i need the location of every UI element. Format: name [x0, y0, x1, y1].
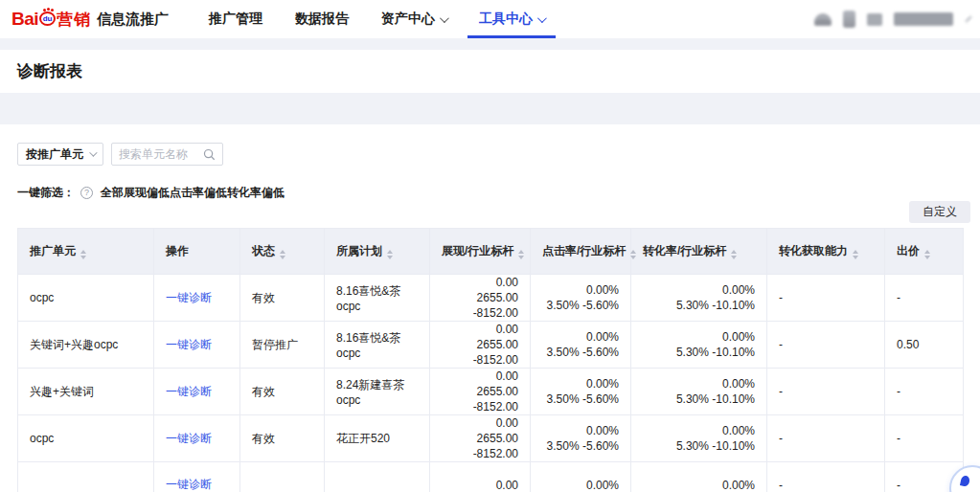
account-service-icon[interactable] [814, 13, 832, 26]
metric-benchmark: 3.50% -5.60% [542, 438, 619, 454]
column-header-impression[interactable]: 展现/行业标杆 [430, 229, 531, 275]
table-row: 关键词+兴趣ocpc一键诊断暂停推广8.16喜悦&茶ocpc0.002655.0… [18, 322, 964, 369]
metric-cell: 0.00% [631, 462, 767, 492]
filter-row: 按推广单元 [17, 143, 963, 166]
column-header-unit[interactable]: 推广单元 [18, 229, 154, 275]
page-title: 诊断报表 [17, 60, 82, 82]
unit-name-cell [18, 462, 154, 492]
nav-item-数据报告[interactable]: 数据报告 [284, 0, 360, 38]
nav-item-工具中心[interactable]: 工具中心 [467, 0, 556, 38]
diagnose-link[interactable]: 一键诊断 [166, 338, 212, 351]
metric-benchmark: 5.30% -10.10% [643, 345, 755, 360]
column-header-action: 操作 [154, 229, 240, 275]
quick-filter-option[interactable]: 转化率偏低 [227, 186, 285, 199]
page-header: 诊断报表 [0, 50, 980, 93]
notification-icon[interactable] [843, 11, 855, 28]
metric-value: 0.00% [643, 282, 755, 298]
chevron-down-icon [440, 13, 449, 23]
metric-cell: 0.002655.00 -8152.00 [430, 275, 531, 322]
baidu-paw-icon: du [39, 11, 56, 26]
action-cell: 一键诊断 [154, 462, 240, 492]
diagnose-link[interactable]: 一键诊断 [166, 291, 212, 304]
sort-icon[interactable] [924, 250, 930, 259]
sort-icon[interactable] [518, 250, 524, 259]
quick-filter-option[interactable]: 全部 [101, 186, 124, 199]
quick-filter-options: 全部展现偏低点击率偏低转化率偏低 [101, 185, 285, 201]
ability-cell: - [767, 462, 885, 492]
dimension-select-value: 按推广单元 [26, 146, 83, 163]
table-row: ocpc一键诊断有效8.16喜悦&茶ocpc0.002655.00 -8152.… [18, 275, 964, 322]
unit-name-cell: 兴趣+关键词 [18, 369, 154, 415]
metric-cell: 0.00%3.50% -5.60% [531, 369, 631, 415]
status-cell: 有效 [240, 415, 325, 462]
column-label: 操作 [166, 244, 189, 257]
metric-benchmark: 2655.00 -8152.00 [442, 337, 518, 368]
metric-benchmark: 5.30% -10.10% [643, 438, 755, 454]
sort-icon[interactable] [630, 250, 636, 259]
help-circle-icon[interactable]: ? [80, 187, 93, 199]
column-header-status[interactable]: 状态 [240, 229, 325, 275]
dimension-select[interactable]: 按推广单元 [17, 143, 103, 166]
metric-value: 0.00 [442, 275, 518, 290]
column-header-plan[interactable]: 所属计划 [325, 229, 430, 275]
column-label: 状态 [252, 244, 275, 257]
sort-icon[interactable] [387, 250, 393, 259]
column-header-ability[interactable]: 转化获取能力 [767, 229, 885, 275]
column-label: 所属计划 [336, 244, 382, 257]
column-label: 转化率/行业标杆 [643, 244, 726, 257]
table-row: ocpc一键诊断有效花正开5200.002655.00 -8152.000.00… [18, 415, 964, 462]
column-header-bid[interactable]: 出价 [885, 229, 964, 275]
search-icon[interactable] [203, 148, 216, 161]
status-cell [240, 462, 325, 492]
metric-benchmark: 5.30% -10.10% [643, 298, 755, 313]
baidu-marketing-logo[interactable]: Bai du 营销 [11, 9, 91, 31]
action-cell: 一键诊断 [154, 369, 240, 415]
edit-icon[interactable] [965, 15, 971, 22]
metric-cell: 0.00%3.50% -5.60% [531, 415, 631, 462]
customize-button[interactable]: 自定义 [909, 201, 970, 223]
avatar[interactable] [867, 13, 882, 26]
quick-filter-row: 一键筛选： ? 全部展现偏低点击率偏低转化率偏低 [17, 185, 963, 200]
metric-value: 0.00% [542, 282, 619, 298]
plan-cell: 8.16喜悦&茶ocpc [325, 322, 430, 369]
quick-filter-option[interactable]: 点击率偏低 [170, 186, 227, 199]
metric-benchmark: 2655.00 -8152.00 [442, 384, 518, 414]
diagnose-link[interactable]: 一键诊断 [166, 385, 212, 398]
divider-band-middle [0, 93, 980, 124]
metric-benchmark: 5.30% -10.10% [643, 391, 755, 407]
column-label: 出价 [897, 244, 920, 257]
unit-name-cell: ocpc [18, 415, 154, 462]
nav-item-资产中心[interactable]: 资产中心 [370, 0, 458, 38]
chevron-down-icon [89, 148, 97, 156]
nav-item-label: 资产中心 [381, 11, 435, 28]
column-label: 推广单元 [30, 244, 76, 257]
table-row: 兴趣+关键词一键诊断有效8.24新建喜茶ocpc0.002655.00 -815… [18, 369, 964, 415]
quick-filter-option[interactable]: 展现偏低 [124, 186, 170, 199]
divider-band-top [0, 38, 980, 50]
bid-cell: 0.50 [885, 322, 964, 369]
metric-value: 0.00% [542, 376, 619, 391]
search-input[interactable] [119, 147, 203, 161]
table-header-row: 推广单元操作状态所属计划展现/行业标杆点击率/行业标杆转化率/行业标杆转化获取能… [18, 229, 964, 275]
metric-benchmark: 2655.00 -8152.00 [442, 431, 518, 461]
status-cell: 有效 [240, 275, 325, 322]
sort-icon[interactable] [731, 250, 737, 259]
sort-icon[interactable] [853, 250, 858, 259]
plan-cell: 花正开520 [325, 415, 430, 462]
metric-cell: 0.00%3.50% -5.60% [531, 322, 631, 369]
diagnose-link[interactable]: 一键诊断 [166, 432, 212, 445]
column-header-ctr[interactable]: 点击率/行业标杆 [531, 229, 631, 275]
sort-icon[interactable] [80, 250, 86, 259]
ability-cell: - [767, 415, 885, 462]
metric-value: 0.00% [542, 478, 619, 492]
main-content: 按推广单元 一键筛选： ? 全部展现偏低点击率偏低转化率偏低 自定义 推广单元操… [0, 124, 980, 492]
assistant-icon [960, 475, 970, 487]
column-header-cvr[interactable]: 转化率/行业标杆 [631, 229, 767, 275]
sort-icon[interactable] [280, 250, 285, 259]
diagnose-link[interactable]: 一键诊断 [166, 478, 212, 491]
action-cell: 一键诊断 [154, 415, 240, 462]
metric-benchmark: 3.50% -5.60% [542, 345, 619, 360]
metric-value: 0.00 [442, 322, 518, 337]
bid-cell: - [885, 369, 964, 415]
nav-item-推广管理[interactable]: 推广管理 [197, 0, 274, 38]
